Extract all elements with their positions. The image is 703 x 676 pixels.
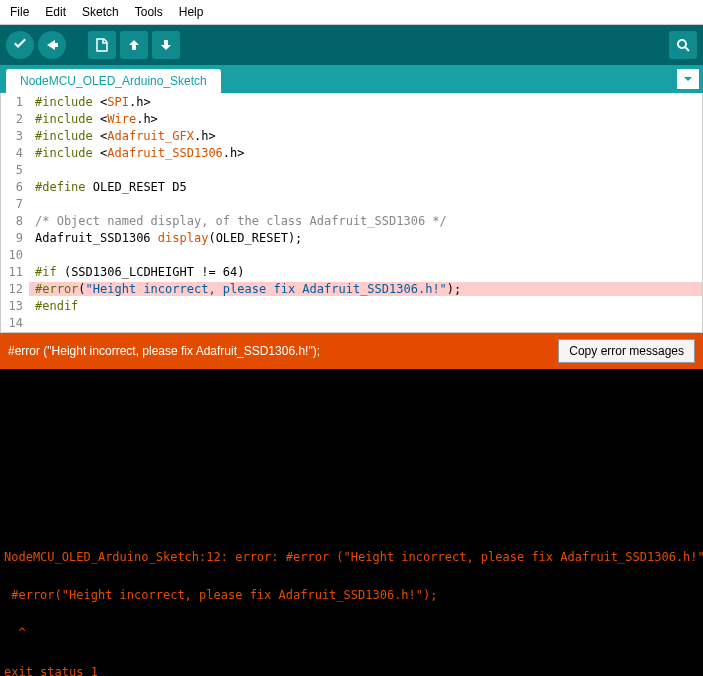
copy-errors-button[interactable]: Copy error messages	[558, 339, 695, 363]
line-number: 5	[1, 163, 29, 177]
line-number: 3	[1, 129, 29, 143]
error-message: #error ("Height incorrect, please fix Ad…	[8, 344, 320, 358]
line-number: 10	[1, 248, 29, 262]
menu-sketch[interactable]: Sketch	[76, 3, 125, 21]
svg-point-0	[678, 40, 686, 48]
new-button[interactable]	[88, 31, 116, 59]
tab-menu-button[interactable]	[677, 69, 699, 89]
menu-bar: File Edit Sketch Tools Help	[0, 0, 703, 25]
console-text: NodeMCU_OLED_Arduino_Sketch:12: error: #…	[4, 375, 699, 676]
tab-strip: NodeMCU_OLED_Arduino_Sketch	[0, 65, 703, 93]
menu-tools[interactable]: Tools	[129, 3, 169, 21]
line-number: 2	[1, 112, 29, 126]
line-number: 1	[1, 95, 29, 109]
verify-button[interactable]	[6, 31, 34, 59]
line-number: 9	[1, 231, 29, 245]
sketch-tab[interactable]: NodeMCU_OLED_Arduino_Sketch	[6, 69, 221, 93]
line-number: 12	[1, 282, 29, 296]
open-button[interactable]	[120, 31, 148, 59]
line-number: 11	[1, 265, 29, 279]
line-number: 6	[1, 180, 29, 194]
error-bar: #error ("Height incorrect, please fix Ad…	[0, 333, 703, 369]
line-number: 4	[1, 146, 29, 160]
line-number: 8	[1, 214, 29, 228]
upload-button[interactable]	[38, 31, 66, 59]
line-number: 14	[1, 316, 29, 330]
menu-edit[interactable]: Edit	[39, 3, 72, 21]
menu-file[interactable]: File	[4, 3, 35, 21]
code-editor[interactable]: 1#include <SPI.h> 2#include <Wire.h> 3#i…	[0, 93, 703, 333]
toolbar	[0, 25, 703, 65]
serial-monitor-button[interactable]	[669, 31, 697, 59]
line-number: 7	[1, 197, 29, 211]
line-number: 13	[1, 299, 29, 313]
save-button[interactable]	[152, 31, 180, 59]
console-output[interactable]: NodeMCU_OLED_Arduino_Sketch:12: error: #…	[0, 369, 703, 676]
menu-help[interactable]: Help	[173, 3, 210, 21]
